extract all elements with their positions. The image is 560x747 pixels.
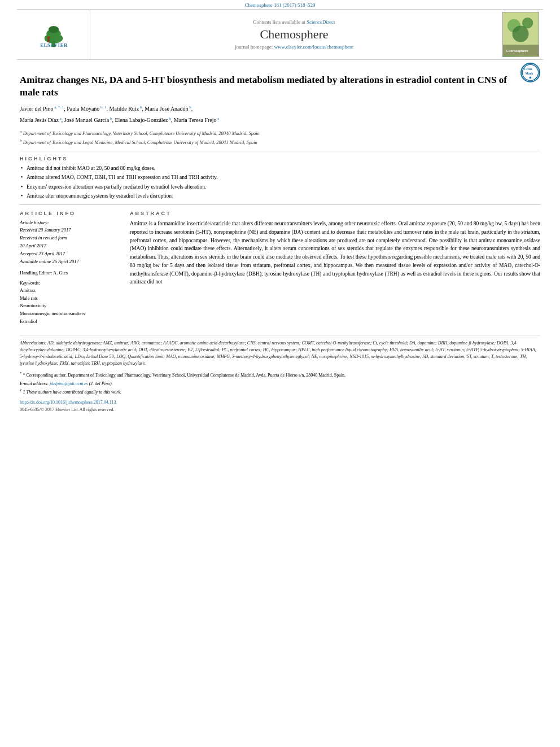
journal-title: Chemosphere [260, 27, 329, 42]
email-attribution: (J. del Pino). [89, 381, 113, 386]
science-direct-anchor[interactable]: ScienceDirect [307, 19, 335, 25]
citation-text: Chemosphere 181 (2017) 518–529 [244, 2, 315, 8]
author-6: José Manuel García [64, 117, 109, 123]
affiliations: a Department of Toxicology and Pharmacol… [20, 129, 540, 146]
article-history: Article history: Received 29 January 201… [20, 220, 119, 265]
journal-homepage-link[interactable]: www.elsevier.com/locate/chemosphere [274, 44, 353, 50]
equal-contribution-note: 1 1 These authors have contributed equal… [20, 388, 540, 395]
keyword-2: Male rats [20, 295, 119, 302]
abstract-column: ABSTRACT Amitraz is a formamidine insect… [130, 211, 540, 326]
keywords-section: Keywords: Amitraz Male rats Neurotoxicit… [20, 280, 119, 325]
author-5-sup: a [59, 116, 62, 121]
author-8-sup: a [217, 116, 220, 121]
affiliation-b: b Department of Toxicology and Legal Med… [20, 138, 540, 146]
divider-1 [20, 151, 540, 151]
doi-link[interactable]: http://dx.doi.org/10.1016/j.chemosphere.… [20, 400, 116, 405]
authors-line-2: María Jesús Díaz a, José Manuel García b… [20, 116, 540, 124]
handling-editor-label: Handling Editor: [20, 270, 52, 276]
svg-point-4 [47, 36, 50, 39]
copyright-section: 0045-6535/© 2017 Elsevier Ltd. All right… [20, 407, 540, 412]
author-4: María José Anadón [145, 106, 188, 112]
corresponding-text: * Corresponding author. Department of To… [23, 373, 345, 378]
abbreviations-content: AD, aldehyde dehydrogenase; AMZ, amitraz… [20, 340, 536, 366]
email-label: E-mail address: [20, 381, 49, 386]
journal-title-section: Contents lists available at ScienceDirec… [90, 10, 498, 59]
author-2-sup: b, 1 [99, 105, 106, 110]
handling-editor-name: A. Gies [53, 270, 68, 276]
svg-text:Mark: Mark [526, 72, 534, 75]
affil-b-text: Department of Toxicology and Legal Medic… [23, 139, 257, 145]
keyword-3: Neurotoxicity [20, 303, 119, 309]
highlight-3: Enzymes' expression alteration was parti… [20, 184, 540, 191]
abbreviations-text: Abbreviations: AD, aldehyde dehydrogenas… [20, 340, 540, 367]
note-1-text: 1 These authors have contributed equally… [23, 389, 121, 394]
article-title: Amitraz changes NE, DA and 5-HT biosynth… [20, 74, 515, 99]
keyword-4: Monoaminergic neurotransmitters [20, 311, 119, 317]
highlight-1: Amitraz did not inhibit MAO at 20, 50 an… [20, 165, 540, 172]
svg-rect-5 [47, 40, 50, 42]
author-1: Javier del Pino [20, 106, 53, 112]
author-3-sup: b [139, 105, 142, 110]
affiliation-a: a Department of Toxicology and Pharmacol… [20, 129, 540, 137]
doi-section: http://dx.doi.org/10.1016/j.chemosphere.… [20, 400, 540, 405]
journal-cover-image: Chemosphere [502, 12, 539, 57]
abstract-label: ABSTRACT [130, 211, 540, 216]
two-column-layout: ARTICLE INFO Article history: Received 2… [20, 211, 540, 326]
svg-point-10 [512, 25, 528, 42]
author-3: Matilde Ruiz [110, 106, 139, 112]
article-info-label: ARTICLE INFO [20, 211, 119, 216]
svg-text:Cross: Cross [524, 67, 532, 71]
author-8: María Teresa Frejo [174, 117, 217, 123]
elsevier-logo-section: ELSEVIER [17, 10, 90, 59]
author-1-sup: a, *, 1 [53, 105, 64, 110]
received-revised-label: Received in revised form [20, 235, 119, 242]
elsevier-tree-icon: ELSEVIER [37, 20, 71, 49]
star-icon: * [20, 371, 22, 375]
article-info-column: ARTICLE INFO Article history: Received 2… [20, 211, 119, 326]
received-revised-date: 20 April 2017 [20, 243, 119, 250]
author-7: Elena Labajo-González [115, 117, 168, 123]
author-2: Paula Moyano [67, 106, 99, 112]
cover-illustration: Chemosphere [503, 12, 539, 56]
crossmark-icon: Cross Mark [520, 63, 540, 82]
email-line: E-mail address: jdelpino@pdi.ucm.es (J. … [20, 381, 540, 386]
abstract-text: Amitraz is a formamidine insecticide/aca… [130, 220, 540, 286]
keywords-title: Keywords: [20, 280, 119, 286]
citation-bar: Chemosphere 181 (2017) 518–529 [0, 0, 560, 9]
copyright-text: 0045-6535/© 2017 Elsevier Ltd. All right… [20, 407, 114, 412]
journal-header: ELSEVIER Contents lists available at Sci… [17, 9, 543, 60]
highlights-section: HIGHLIGHTS Amitraz did not inhibit MAO a… [20, 156, 540, 200]
journal-homepage: journal homepage: www.elsevier.com/locat… [235, 44, 353, 50]
author-7-sup: b [168, 116, 171, 121]
abbreviations-label: Abbreviations: [20, 340, 46, 346]
footnotes-section: Abbreviations: AD, aldehyde dehydrogenas… [20, 335, 540, 412]
crossmark-badge: Cross Mark [520, 63, 540, 82]
history-title: Article history: [20, 220, 119, 225]
author-5: María Jesús Díaz [20, 117, 59, 123]
highlights-label: HIGHLIGHTS [20, 156, 540, 161]
available-date: Available online 26 April 2017 [20, 259, 119, 265]
svg-text:Chemosphere: Chemosphere [505, 49, 528, 53]
journal-cover-section: Chemosphere [498, 10, 543, 59]
affil-letter-b: b [20, 138, 22, 143]
svg-point-16 [530, 77, 532, 79]
keyword-5: Estradiol [20, 318, 119, 325]
note-1-sup: 1 [20, 388, 22, 392]
svg-text:ELSEVIER: ELSEVIER [40, 43, 68, 48]
highlight-4: Amitraz alter monoaminergic systems by e… [20, 193, 540, 200]
authors-line-1: Javier del Pino a, *, 1, Paula Moyano b,… [20, 104, 540, 113]
received-date: Received 29 January 2017 [20, 227, 119, 234]
author-6-sup: b [109, 116, 112, 121]
elsevier-logo: ELSEVIER [37, 20, 71, 49]
author-4-sup: b [189, 105, 191, 110]
email-link[interactable]: jdelpino@pdi.ucm.es [50, 381, 88, 386]
divider-2 [20, 204, 540, 205]
keyword-1: Amitraz [20, 287, 119, 294]
highlight-2: Amitraz altered MAO, COMT, DBH, TH and T… [20, 174, 540, 181]
accepted-date: Accepted 23 April 2017 [20, 251, 119, 257]
handling-editor: Handling Editor: A. Gies [20, 270, 119, 276]
affil-letter-a: a [20, 129, 22, 134]
main-content: Amitraz changes NE, DA and 5-HT biosynth… [0, 60, 560, 418]
corresponding-author-note: * * Corresponding author. Department of … [20, 370, 540, 379]
affil-a-text: Department of Toxicology and Pharmacolog… [23, 130, 260, 136]
